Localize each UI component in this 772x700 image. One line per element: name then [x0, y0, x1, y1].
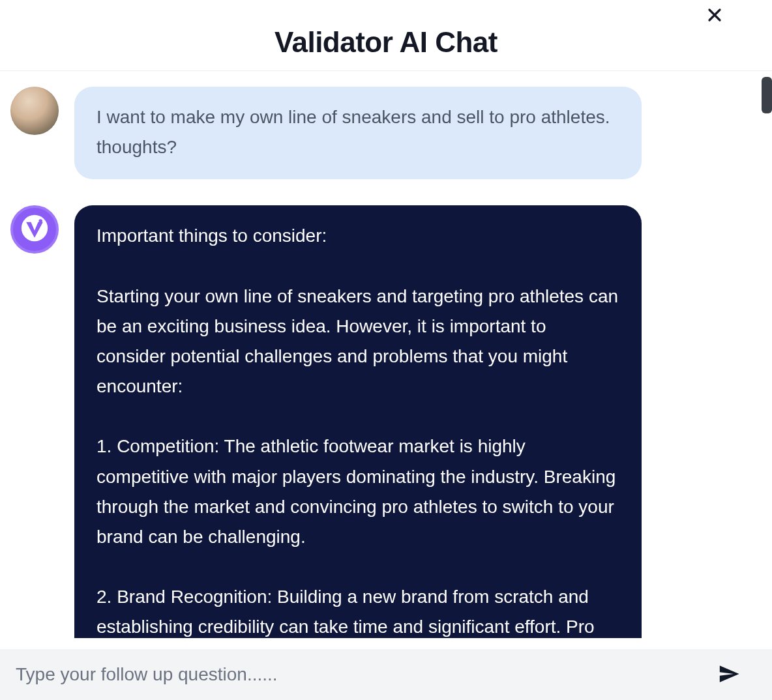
bot-message-bubble: Important things to consider: Starting y… [74, 205, 642, 638]
message-input[interactable] [16, 664, 702, 685]
user-message-bubble: I want to make my own line of sneakers a… [74, 87, 642, 179]
validator-logo-icon [20, 214, 49, 245]
bot-paragraph-1: 1. Competition: The athletic footwear ma… [96, 431, 619, 552]
bot-paragraph-intro: Starting your own line of sneakers and t… [96, 282, 619, 402]
message-row-user: I want to make my own line of sneakers a… [10, 87, 733, 179]
scrollbar-thumb[interactable] [762, 77, 772, 113]
user-message-text: I want to make my own line of sneakers a… [96, 107, 610, 157]
send-button[interactable] [715, 660, 743, 689]
bot-paragraph-2: 2. Brand Recognition: Building a new bra… [96, 582, 619, 638]
bot-heading: Important things to consider: [96, 221, 619, 251]
chat-header: Validator AI Chat [0, 0, 772, 71]
page-title: Validator AI Chat [13, 26, 759, 59]
paper-plane-icon [718, 663, 740, 687]
close-icon [707, 7, 722, 25]
user-avatar [10, 87, 59, 135]
close-button[interactable] [703, 4, 726, 27]
svg-point-1 [38, 220, 42, 224]
bot-avatar [10, 205, 59, 254]
message-input-bar [0, 649, 772, 700]
chat-scroll-area[interactable]: I want to make my own line of sneakers a… [0, 71, 772, 638]
message-row-bot: Important things to consider: Starting y… [10, 205, 733, 638]
